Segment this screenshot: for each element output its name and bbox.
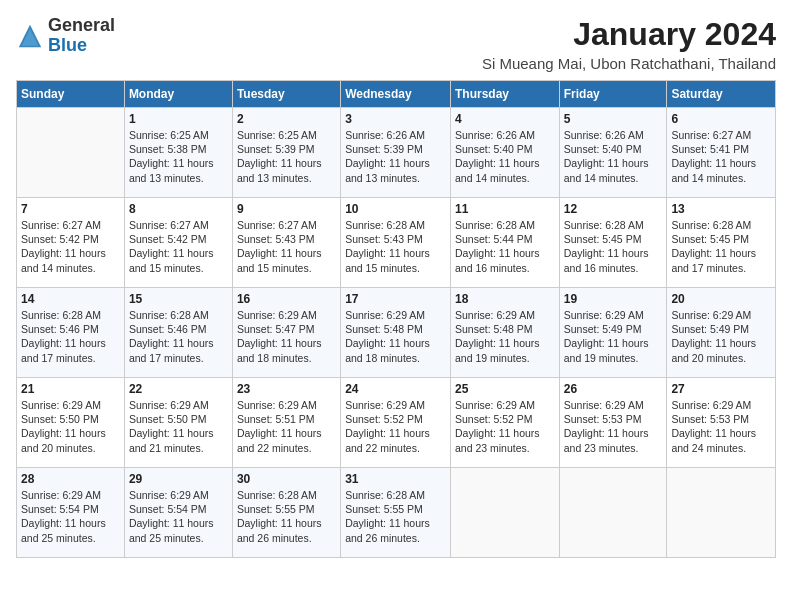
day-info: Sunrise: 6:29 AMSunset: 5:53 PMDaylight:…: [671, 398, 771, 455]
day-info: Sunrise: 6:25 AMSunset: 5:39 PMDaylight:…: [237, 128, 336, 185]
day-info: Sunrise: 6:28 AMSunset: 5:55 PMDaylight:…: [345, 488, 446, 545]
day-info: Sunrise: 6:29 AMSunset: 5:54 PMDaylight:…: [21, 488, 120, 545]
calendar-day-cell: 18Sunrise: 6:29 AMSunset: 5:48 PMDayligh…: [450, 288, 559, 378]
calendar-day-cell: 24Sunrise: 6:29 AMSunset: 5:52 PMDayligh…: [341, 378, 451, 468]
day-number: 22: [129, 382, 228, 396]
day-info: Sunrise: 6:27 AMSunset: 5:42 PMDaylight:…: [129, 218, 228, 275]
weekday-header-row: SundayMondayTuesdayWednesdayThursdayFrid…: [17, 81, 776, 108]
day-number: 9: [237, 202, 336, 216]
calendar-day-cell: 27Sunrise: 6:29 AMSunset: 5:53 PMDayligh…: [667, 378, 776, 468]
calendar-week-row: 28Sunrise: 6:29 AMSunset: 5:54 PMDayligh…: [17, 468, 776, 558]
calendar-table: SundayMondayTuesdayWednesdayThursdayFrid…: [16, 80, 776, 558]
calendar-day-cell: 4Sunrise: 6:26 AMSunset: 5:40 PMDaylight…: [450, 108, 559, 198]
calendar-day-cell: 10Sunrise: 6:28 AMSunset: 5:43 PMDayligh…: [341, 198, 451, 288]
calendar-day-cell: 12Sunrise: 6:28 AMSunset: 5:45 PMDayligh…: [559, 198, 667, 288]
calendar-day-cell: 17Sunrise: 6:29 AMSunset: 5:48 PMDayligh…: [341, 288, 451, 378]
day-number: 14: [21, 292, 120, 306]
calendar-day-cell: 1Sunrise: 6:25 AMSunset: 5:38 PMDaylight…: [124, 108, 232, 198]
day-number: 15: [129, 292, 228, 306]
calendar-day-cell: 20Sunrise: 6:29 AMSunset: 5:49 PMDayligh…: [667, 288, 776, 378]
calendar-day-cell: 29Sunrise: 6:29 AMSunset: 5:54 PMDayligh…: [124, 468, 232, 558]
calendar-day-cell: 5Sunrise: 6:26 AMSunset: 5:40 PMDaylight…: [559, 108, 667, 198]
weekday-header-cell: Sunday: [17, 81, 125, 108]
day-info: Sunrise: 6:28 AMSunset: 5:46 PMDaylight:…: [21, 308, 120, 365]
logo: General Blue: [16, 16, 115, 56]
day-number: 12: [564, 202, 663, 216]
calendar-week-row: 1Sunrise: 6:25 AMSunset: 5:38 PMDaylight…: [17, 108, 776, 198]
day-number: 10: [345, 202, 446, 216]
weekday-header-cell: Friday: [559, 81, 667, 108]
day-info: Sunrise: 6:29 AMSunset: 5:50 PMDaylight:…: [21, 398, 120, 455]
day-info: Sunrise: 6:27 AMSunset: 5:42 PMDaylight:…: [21, 218, 120, 275]
day-info: Sunrise: 6:29 AMSunset: 5:54 PMDaylight:…: [129, 488, 228, 545]
day-number: 29: [129, 472, 228, 486]
day-info: Sunrise: 6:28 AMSunset: 5:55 PMDaylight:…: [237, 488, 336, 545]
calendar-week-row: 21Sunrise: 6:29 AMSunset: 5:50 PMDayligh…: [17, 378, 776, 468]
calendar-day-cell: 8Sunrise: 6:27 AMSunset: 5:42 PMDaylight…: [124, 198, 232, 288]
day-number: 17: [345, 292, 446, 306]
logo-blue: Blue: [48, 35, 87, 55]
page-header: General Blue January 2024 Si Mueang Mai,…: [16, 16, 776, 72]
calendar-day-cell: 11Sunrise: 6:28 AMSunset: 5:44 PMDayligh…: [450, 198, 559, 288]
calendar-day-cell: 30Sunrise: 6:28 AMSunset: 5:55 PMDayligh…: [232, 468, 340, 558]
calendar-day-cell: 15Sunrise: 6:28 AMSunset: 5:46 PMDayligh…: [124, 288, 232, 378]
calendar-body: 1Sunrise: 6:25 AMSunset: 5:38 PMDaylight…: [17, 108, 776, 558]
calendar-day-cell: 6Sunrise: 6:27 AMSunset: 5:41 PMDaylight…: [667, 108, 776, 198]
day-number: 20: [671, 292, 771, 306]
calendar-day-cell: 25Sunrise: 6:29 AMSunset: 5:52 PMDayligh…: [450, 378, 559, 468]
day-number: 19: [564, 292, 663, 306]
calendar-day-cell: 26Sunrise: 6:29 AMSunset: 5:53 PMDayligh…: [559, 378, 667, 468]
day-info: Sunrise: 6:29 AMSunset: 5:48 PMDaylight:…: [455, 308, 555, 365]
day-number: 18: [455, 292, 555, 306]
day-number: 28: [21, 472, 120, 486]
calendar-day-cell: 13Sunrise: 6:28 AMSunset: 5:45 PMDayligh…: [667, 198, 776, 288]
day-number: 26: [564, 382, 663, 396]
day-info: Sunrise: 6:29 AMSunset: 5:48 PMDaylight:…: [345, 308, 446, 365]
calendar-day-cell: [450, 468, 559, 558]
weekday-header-cell: Monday: [124, 81, 232, 108]
day-number: 2: [237, 112, 336, 126]
day-number: 3: [345, 112, 446, 126]
day-info: Sunrise: 6:29 AMSunset: 5:49 PMDaylight:…: [564, 308, 663, 365]
day-number: 11: [455, 202, 555, 216]
calendar-day-cell: [559, 468, 667, 558]
day-info: Sunrise: 6:26 AMSunset: 5:40 PMDaylight:…: [564, 128, 663, 185]
calendar-day-cell: [17, 108, 125, 198]
calendar-week-row: 14Sunrise: 6:28 AMSunset: 5:46 PMDayligh…: [17, 288, 776, 378]
day-info: Sunrise: 6:28 AMSunset: 5:45 PMDaylight:…: [564, 218, 663, 275]
day-info: Sunrise: 6:28 AMSunset: 5:44 PMDaylight:…: [455, 218, 555, 275]
logo-text: General Blue: [48, 16, 115, 56]
day-number: 23: [237, 382, 336, 396]
calendar-week-row: 7Sunrise: 6:27 AMSunset: 5:42 PMDaylight…: [17, 198, 776, 288]
day-info: Sunrise: 6:29 AMSunset: 5:49 PMDaylight:…: [671, 308, 771, 365]
day-number: 24: [345, 382, 446, 396]
calendar-day-cell: 2Sunrise: 6:25 AMSunset: 5:39 PMDaylight…: [232, 108, 340, 198]
day-number: 21: [21, 382, 120, 396]
day-info: Sunrise: 6:29 AMSunset: 5:51 PMDaylight:…: [237, 398, 336, 455]
day-info: Sunrise: 6:27 AMSunset: 5:41 PMDaylight:…: [671, 128, 771, 185]
weekday-header-cell: Tuesday: [232, 81, 340, 108]
day-info: Sunrise: 6:25 AMSunset: 5:38 PMDaylight:…: [129, 128, 228, 185]
calendar-day-cell: 23Sunrise: 6:29 AMSunset: 5:51 PMDayligh…: [232, 378, 340, 468]
day-number: 31: [345, 472, 446, 486]
calendar-day-cell: 21Sunrise: 6:29 AMSunset: 5:50 PMDayligh…: [17, 378, 125, 468]
month-year-title: January 2024: [482, 16, 776, 53]
calendar-day-cell: 16Sunrise: 6:29 AMSunset: 5:47 PMDayligh…: [232, 288, 340, 378]
logo-icon: [16, 22, 44, 50]
calendar-day-cell: 7Sunrise: 6:27 AMSunset: 5:42 PMDaylight…: [17, 198, 125, 288]
weekday-header-cell: Wednesday: [341, 81, 451, 108]
day-info: Sunrise: 6:26 AMSunset: 5:39 PMDaylight:…: [345, 128, 446, 185]
day-info: Sunrise: 6:29 AMSunset: 5:52 PMDaylight:…: [455, 398, 555, 455]
day-info: Sunrise: 6:29 AMSunset: 5:52 PMDaylight:…: [345, 398, 446, 455]
day-info: Sunrise: 6:29 AMSunset: 5:53 PMDaylight:…: [564, 398, 663, 455]
weekday-header-cell: Saturday: [667, 81, 776, 108]
calendar-day-cell: 19Sunrise: 6:29 AMSunset: 5:49 PMDayligh…: [559, 288, 667, 378]
day-number: 27: [671, 382, 771, 396]
day-number: 4: [455, 112, 555, 126]
day-number: 7: [21, 202, 120, 216]
calendar-day-cell: 3Sunrise: 6:26 AMSunset: 5:39 PMDaylight…: [341, 108, 451, 198]
day-info: Sunrise: 6:27 AMSunset: 5:43 PMDaylight:…: [237, 218, 336, 275]
day-info: Sunrise: 6:29 AMSunset: 5:47 PMDaylight:…: [237, 308, 336, 365]
location-subtitle: Si Mueang Mai, Ubon Ratchathani, Thailan…: [482, 55, 776, 72]
calendar-day-cell: 22Sunrise: 6:29 AMSunset: 5:50 PMDayligh…: [124, 378, 232, 468]
